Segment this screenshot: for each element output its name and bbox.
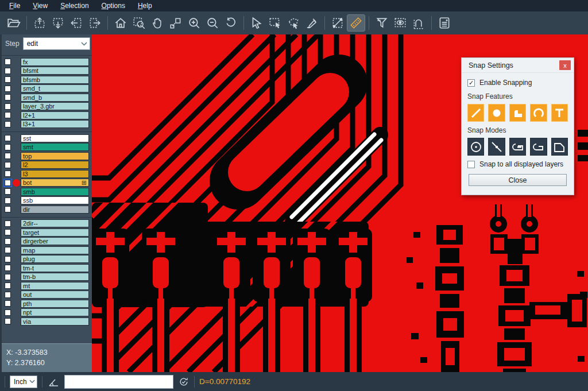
snap-all-layers-checkbox[interactable] bbox=[467, 161, 475, 168]
layer-row[interactable]: via bbox=[2, 317, 94, 326]
command-input[interactable] bbox=[64, 375, 173, 389]
layer-row[interactable]: smd_b bbox=[2, 93, 94, 102]
layer-row[interactable]: map bbox=[2, 246, 94, 255]
layer-row[interactable]: dirgerber bbox=[2, 237, 94, 246]
report-button[interactable] bbox=[435, 14, 454, 32]
pan-hand-button[interactable] bbox=[148, 14, 167, 32]
menu-item-options[interactable]: Options bbox=[96, 1, 131, 11]
layer-row[interactable]: top bbox=[2, 152, 94, 161]
layer-row[interactable]: sst bbox=[2, 134, 94, 143]
layer-name[interactable]: bfsmt bbox=[21, 67, 89, 75]
layer-visibility-checkbox[interactable] bbox=[5, 247, 11, 253]
layer-name[interactable]: l3 bbox=[21, 170, 89, 178]
layer-visibility-checkbox[interactable] bbox=[5, 144, 11, 150]
layer-visibility-checkbox[interactable] bbox=[5, 103, 11, 110]
layer-name[interactable]: tm-b bbox=[21, 273, 89, 281]
layer-row[interactable]: smd_t bbox=[2, 84, 94, 94]
menu-item-selection[interactable]: Selection bbox=[55, 1, 94, 11]
snap-feature-surface-button[interactable] bbox=[509, 104, 526, 122]
layer-visibility-checkbox[interactable] bbox=[5, 112, 11, 118]
shift-right-button[interactable] bbox=[86, 14, 104, 32]
layer-name[interactable]: target bbox=[21, 229, 89, 237]
layer-row[interactable]: l2+1 bbox=[2, 111, 94, 120]
filter-button[interactable] bbox=[373, 14, 391, 32]
layer-name[interactable]: smd_t bbox=[21, 84, 89, 92]
menu-item-view[interactable]: View bbox=[27, 1, 53, 11]
layer-name[interactable]: top bbox=[21, 152, 89, 160]
layer-name[interactable]: via bbox=[21, 318, 89, 326]
layer-visibility-checkbox[interactable] bbox=[5, 256, 11, 262]
layer-name[interactable]: l2+1 bbox=[21, 111, 89, 119]
net-trace-button[interactable] bbox=[409, 14, 428, 32]
layer-name[interactable]: mt bbox=[21, 282, 89, 290]
layer-visibility-checkbox[interactable] bbox=[5, 135, 11, 141]
layer-row[interactable]: mt bbox=[2, 281, 94, 291]
layer-visibility-checkbox[interactable] bbox=[5, 238, 11, 245]
view-window-button[interactable] bbox=[391, 14, 409, 32]
layer-row[interactable]: fx bbox=[2, 57, 94, 67]
layer-row[interactable]: l2 bbox=[2, 161, 94, 170]
layer-name[interactable]: pth bbox=[21, 300, 89, 308]
layer-name[interactable]: fx bbox=[21, 58, 89, 66]
menu-item-file[interactable]: File bbox=[3, 1, 26, 11]
snap-dialog-titlebar[interactable]: Snap Settings x bbox=[462, 58, 574, 73]
snap-feature-line-button[interactable] bbox=[467, 104, 484, 122]
enable-snapping-checkbox[interactable]: ✓ bbox=[467, 79, 475, 87]
select-rect-button[interactable] bbox=[266, 14, 284, 32]
layer-visibility-checkbox[interactable] bbox=[5, 220, 11, 227]
layer-visibility-checkbox[interactable] bbox=[5, 206, 11, 212]
layer-row[interactable]: layer_3.gbr bbox=[2, 102, 94, 111]
layer-visibility-checkbox[interactable] bbox=[5, 171, 11, 177]
layer-row[interactable]: target bbox=[2, 228, 94, 237]
snap-feature-text-button[interactable] bbox=[551, 104, 568, 122]
layer-visibility-checkbox[interactable] bbox=[5, 59, 11, 65]
open-file-button[interactable] bbox=[5, 14, 23, 32]
layer-name[interactable]: l2 bbox=[21, 161, 89, 169]
layer-visibility-checkbox[interactable] bbox=[5, 162, 11, 168]
layer-visibility-checkbox[interactable] bbox=[5, 198, 11, 204]
layer-visibility-checkbox[interactable] bbox=[5, 180, 11, 186]
layer-visibility-checkbox[interactable] bbox=[5, 188, 11, 195]
enable-snapping-row[interactable]: ✓ Enable Snapping bbox=[467, 79, 568, 87]
sync-check-icon[interactable] bbox=[178, 376, 189, 388]
layer-name[interactable]: 2dir-- bbox=[21, 219, 89, 227]
snap-mode-corner-button[interactable] bbox=[551, 138, 568, 156]
layer-row[interactable]: l3+1 bbox=[2, 120, 94, 129]
layer-name[interactable]: l3+1 bbox=[21, 120, 89, 128]
layer-row[interactable]: bot⊞ bbox=[2, 179, 94, 188]
zoom-out-button[interactable] bbox=[203, 14, 222, 32]
layer-visibility-checkbox[interactable] bbox=[5, 94, 11, 100]
measure-ruler-button[interactable] bbox=[347, 14, 365, 32]
layer-visibility-checkbox[interactable] bbox=[5, 309, 11, 316]
snap-feature-arc-button[interactable] bbox=[530, 104, 547, 122]
layer-row[interactable]: ssb bbox=[2, 196, 94, 206]
layer-name[interactable]: plug bbox=[21, 255, 89, 263]
clean-brush-button[interactable] bbox=[303, 14, 321, 32]
dialog-close-button[interactable]: Close bbox=[469, 174, 567, 186]
zoom-window-button[interactable] bbox=[130, 14, 148, 32]
layer-name[interactable]: npt bbox=[21, 308, 89, 316]
layer-name[interactable]: smb bbox=[21, 188, 89, 196]
layer-name[interactable]: dirgerber bbox=[21, 237, 89, 245]
layer-visibility-checkbox[interactable] bbox=[5, 121, 11, 127]
layer-visibility-checkbox[interactable] bbox=[5, 229, 11, 235]
layer-visibility-checkbox[interactable] bbox=[5, 282, 11, 289]
layer-row[interactable]: bfsmb bbox=[2, 75, 94, 84]
layer-name[interactable]: sst bbox=[21, 134, 89, 142]
layer-visibility-checkbox[interactable] bbox=[5, 265, 11, 271]
shift-up-button[interactable] bbox=[30, 14, 49, 32]
layer-visibility-checkbox[interactable] bbox=[5, 76, 11, 83]
menu-item-help[interactable]: Help bbox=[132, 1, 158, 11]
home-view-button[interactable] bbox=[111, 14, 130, 32]
snap-feature-pad-button[interactable] bbox=[488, 104, 505, 122]
layer-row[interactable]: smt bbox=[2, 143, 94, 152]
layer-row[interactable]: l3 bbox=[2, 169, 94, 179]
layer-row[interactable]: tm-b bbox=[2, 273, 94, 282]
layer-name[interactable]: dir bbox=[21, 206, 89, 214]
angle-measure-icon[interactable] bbox=[47, 375, 60, 388]
layer-name[interactable]: tm-t bbox=[21, 264, 89, 272]
layer-name[interactable]: out bbox=[21, 291, 89, 299]
select-poly-button[interactable] bbox=[284, 14, 303, 32]
select-arrow-button[interactable] bbox=[247, 14, 266, 32]
layer-visibility-checkbox[interactable] bbox=[5, 68, 11, 74]
